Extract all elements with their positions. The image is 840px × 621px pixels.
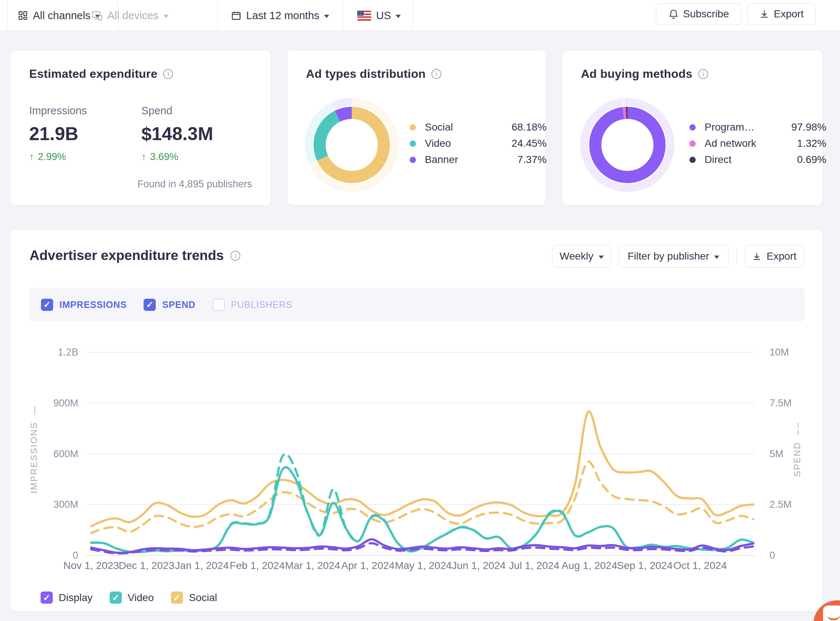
y-left-tick: 1.2B [22, 347, 78, 358]
checkbox-icon: ✓ [109, 592, 122, 604]
checkbox-icon [213, 299, 225, 311]
x-axis-tick: Nov 1, 2023 [64, 560, 119, 572]
ad-types-card: Ad types distribution i Social 68.18% Vi… [287, 51, 545, 205]
legend-row[interactable]: Ad network 1.32% [690, 137, 826, 150]
granularity-dropdown[interactable]: Weekly [552, 245, 611, 268]
date-range-label: Last 12 months [246, 10, 319, 22]
legend-row[interactable]: Video 24.45% [410, 137, 547, 150]
subscribe-label: Subscribe [683, 8, 729, 20]
info-icon[interactable]: i [431, 69, 441, 79]
channels-label: All channels [33, 10, 90, 22]
chevron-down-icon [396, 15, 401, 18]
checkbox-icon: ✓ [41, 299, 53, 311]
impressions-axis-title: IMPRESSIONS — [29, 387, 39, 513]
toggle-impressions[interactable]: ✓ IMPRESSIONS [41, 299, 127, 311]
bell-icon [669, 9, 678, 19]
ad-types-legend: Social 68.18% Video 24.45% Banner 7.37% [410, 121, 532, 180]
checkbox-icon: ✓ [41, 592, 53, 604]
ad-buying-legend: Program… 97.98% Ad network 1.32% Direct … [690, 121, 815, 180]
chevron-down-icon [714, 256, 719, 259]
devices-dropdown[interactable]: All devices [91, 0, 169, 31]
section-title: Advertiser expenditure trends [29, 248, 224, 263]
y-right-tick: 5M [770, 448, 784, 460]
x-axis-tick: Apr 1, 2024 [342, 560, 395, 572]
download-icon [759, 9, 769, 19]
legend-row[interactable]: Direct 0.69% [690, 153, 826, 166]
download-icon [752, 252, 761, 261]
subscribe-button[interactable]: Subscribe [656, 3, 742, 25]
devices-label: All devices [108, 10, 159, 22]
legend-dot [690, 157, 696, 163]
toolbar-divider [413, 0, 413, 31]
x-axis-tick: Aug 1, 2024 [561, 560, 617, 572]
metric-toggle-row: ✓ IMPRESSIONS ✓ SPEND PUBLISHERS [29, 288, 805, 321]
chat-bubble-icon [823, 606, 840, 621]
date-range-dropdown[interactable]: Last 12 months [231, 0, 329, 31]
checkbox-icon: ✓ [171, 592, 183, 604]
export-button-top[interactable]: Export [747, 3, 816, 25]
up-arrow-icon: ↑ [29, 151, 34, 163]
legend-row[interactable]: Banner 7.37% [410, 153, 547, 166]
checkbox-icon: ✓ [144, 299, 156, 311]
y-right-tick: 10M [770, 347, 789, 358]
adclarity-dashboard: All channels All devices Last 12 months [0, 0, 840, 621]
channels-dropdown[interactable]: All channels [18, 0, 100, 31]
legend-toggle-social[interactable]: ✓ Social [171, 592, 217, 604]
legend-toggle-display[interactable]: ✓ Display [41, 592, 93, 604]
x-axis-tick: Sep 1, 2024 [617, 560, 673, 572]
toggle-publishers[interactable]: PUBLISHERS [213, 299, 292, 311]
x-axis-tick: Feb 1, 2024 [229, 560, 284, 572]
devices-icon [91, 10, 103, 21]
top-toolbar: All channels All devices Last 12 months [0, 0, 840, 31]
publishers-footnote: Found in 4,895 publishers [137, 179, 252, 190]
calendar-icon [231, 10, 242, 21]
toggle-spend[interactable]: ✓ SPEND [144, 299, 195, 311]
y-right-tick: 2.5M [770, 499, 791, 510]
ad-buying-card: Ad buying methods i Program… 97.98% Ad n… [562, 51, 822, 205]
ad-types-donut-chart[interactable] [300, 93, 403, 197]
info-icon[interactable]: i [163, 69, 173, 79]
solid-line-glyph: — [29, 406, 39, 415]
chevron-down-icon [598, 256, 604, 259]
x-axis-tick: Jun 1, 2024 [452, 560, 506, 572]
toolbar-divider [8, 0, 8, 31]
legend-toggle-video[interactable]: ✓ Video [109, 592, 154, 604]
card-title: Ad buying methods [581, 67, 693, 81]
ad-buying-donut-chart[interactable] [576, 93, 679, 197]
estimated-expenditure-card: Estimated expenditure i Impressions 21.9… [11, 51, 270, 205]
advertiser-expenditure-trends-card: Advertiser expenditure trends i Weekly F… [11, 230, 822, 611]
divider [736, 248, 737, 264]
x-axis-tick: May 1, 2024 [395, 560, 452, 572]
country-label: US [376, 10, 391, 22]
dashed-line-glyph: – – [792, 423, 802, 435]
spend-value: $148.3M [141, 123, 213, 145]
up-arrow-icon: ↑ [141, 151, 146, 163]
channels-grid-icon [18, 10, 28, 21]
y-right-tick: 7.5M [770, 398, 791, 409]
info-icon[interactable]: i [230, 251, 240, 261]
export-label-top: Export [774, 8, 804, 20]
export-button-trends[interactable]: Export [745, 245, 804, 268]
legend-row[interactable]: Social 68.18% [410, 121, 547, 133]
legend-dot [410, 157, 416, 163]
country-dropdown[interactable]: US [357, 0, 401, 31]
x-axis-tick: Mar 1, 2024 [285, 560, 340, 572]
x-axis-tick: Oct 1, 2024 [674, 560, 727, 572]
x-axis-tick: Dec 1, 2023 [119, 560, 175, 572]
info-icon[interactable]: i [698, 69, 708, 79]
impressions-change: ↑ 2.99% [29, 151, 66, 163]
chevron-down-icon [324, 15, 329, 18]
publisher-filter-dropdown[interactable]: Filter by publisher [618, 245, 729, 268]
legend-dot [690, 141, 696, 147]
us-flag-icon [357, 11, 371, 21]
legend-row[interactable]: Program… 97.98% [690, 121, 826, 133]
spend-label: Spend [141, 105, 172, 117]
chevron-down-icon [164, 15, 169, 18]
x-axis-tick: Jul 1, 2024 [509, 560, 559, 572]
spend-change: ↑ 3.69% [141, 151, 178, 163]
y-right-tick: 0 [770, 550, 775, 561]
legend-dot [690, 124, 696, 130]
legend-dot [410, 141, 416, 147]
legend-dot [410, 124, 416, 130]
toolbar-divider [343, 0, 343, 31]
